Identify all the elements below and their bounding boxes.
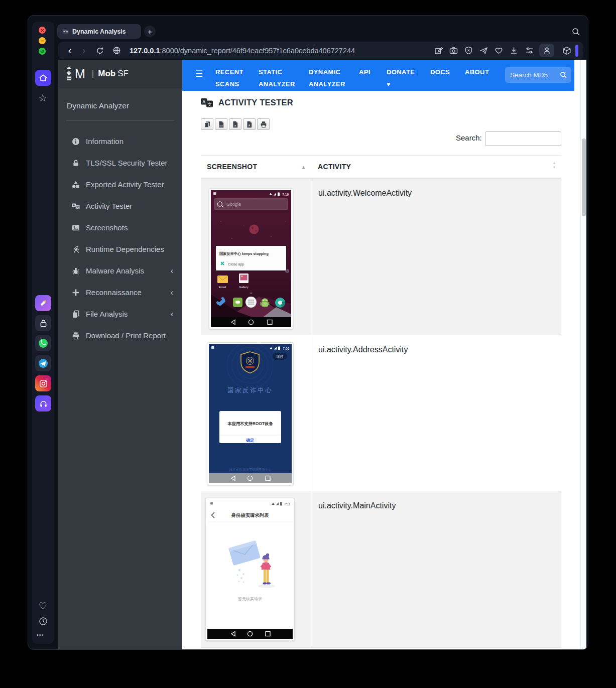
- home-button[interactable]: [35, 70, 51, 86]
- mobsf-sidebar: M | Mob SF Dynamic Analyzer Information …: [58, 60, 182, 650]
- sidebar-item-screenshots[interactable]: Screenshots: [58, 217, 182, 238]
- table-search-input[interactable]: [485, 131, 561, 146]
- telegram-icon[interactable]: [35, 355, 51, 371]
- svg-text:7:19: 7:19: [282, 193, 289, 196]
- sidebar-item-file-analysis[interactable]: File Analysis ‹: [58, 303, 182, 325]
- language-icon: A文: [71, 202, 80, 210]
- image-icon: [71, 224, 80, 232]
- sidebar-item-reconnaissance[interactable]: Reconnaissance ‹: [58, 282, 182, 303]
- screenshot-thumbnail[interactable]: 7:19 Google 国家反诈中心 keeps stopping Close …: [209, 188, 293, 329]
- star-icon[interactable]: ☆: [38, 92, 47, 104]
- minimize-icon: [40, 39, 44, 43]
- brand-name-rest: SF: [117, 69, 129, 79]
- column-header-screenshot[interactable]: SCREENSHOT: [207, 156, 257, 178]
- sidebar-item-runtime-dependencies[interactable]: Runtime Dependencies: [58, 238, 182, 260]
- store-app-icon[interactable]: [35, 315, 51, 331]
- url-text[interactable]: 127.0.0.1:8000/dynamic_report/46f94eaef9…: [130, 47, 355, 55]
- export-excel-button[interactable]: x: [229, 118, 241, 130]
- menu-toggle-icon[interactable]: ☰: [195, 69, 203, 79]
- screenshot-camera-icon[interactable]: [446, 46, 461, 55]
- printer-icon: [71, 332, 80, 340]
- copy-icon: [71, 310, 80, 318]
- mobsf-navbar: ☰ RECENT SCANS STATIC ANALYZER DYNAMIC A…: [182, 60, 574, 91]
- svg-text:A: A: [202, 99, 206, 104]
- back-button[interactable]: ‹: [63, 45, 76, 56]
- extension-pin[interactable]: [575, 45, 578, 57]
- profile-button[interactable]: [539, 44, 554, 57]
- new-tab-button[interactable]: +: [144, 26, 156, 37]
- favorites-heart-icon[interactable]: [491, 46, 506, 55]
- more-options-icon[interactable]: •••: [37, 632, 44, 638]
- chevron-left-icon: ‹: [171, 289, 173, 297]
- activity-cell: ui.activity.AddressActivity: [312, 335, 561, 491]
- svg-text:暂无核实请求: 暂无核实请求: [238, 597, 262, 601]
- page-viewport: M | Mob SF Dynamic Analyzer Information …: [58, 60, 586, 650]
- send-share-icon[interactable]: [476, 46, 491, 55]
- nav-link-dynamic-analyzer[interactable]: DYNAMIC ANALYZER: [309, 66, 349, 90]
- export-csv-button[interactable]: csv: [215, 118, 227, 130]
- favorites-icon[interactable]: ♡: [39, 600, 47, 612]
- sidebar-item-information[interactable]: Information: [58, 130, 182, 152]
- window-search-icon[interactable]: [571, 27, 581, 37]
- nav-link-about[interactable]: ABOUT: [465, 66, 489, 78]
- music-app-icon[interactable]: [35, 395, 51, 411]
- sidebar-item-tls-ssl-tester[interactable]: TLS/SSL Security Tester: [58, 152, 182, 174]
- language-icon: A 文: [201, 98, 214, 107]
- nav-link-recent-scans[interactable]: RECENT SCANS: [215, 66, 248, 90]
- svg-text:A: A: [249, 124, 251, 126]
- page-title: A 文 ACTIVITY TESTER: [201, 98, 293, 107]
- printer-icon: [260, 121, 267, 128]
- svg-text:文: 文: [76, 205, 79, 208]
- md5-search-input[interactable]: [509, 71, 560, 79]
- page-scrollbar[interactable]: [580, 60, 586, 650]
- nav-link-docs[interactable]: DOCS: [430, 66, 450, 78]
- svg-text:Google: Google: [226, 202, 241, 207]
- svg-text:国家反诈中心 keeps stopping: 国家反诈中心 keeps stopping: [219, 251, 269, 256]
- forward-button[interactable]: ›: [76, 45, 91, 56]
- export-copy-button[interactable]: [201, 118, 213, 130]
- whatsapp-icon[interactable]: [35, 335, 51, 351]
- nav-link-donate[interactable]: DONATE♥: [387, 66, 417, 90]
- sort-asc-icon[interactable]: ▲: [301, 165, 306, 170]
- reload-button[interactable]: [91, 47, 108, 55]
- browser-tab[interactable]: Dynamic Analysis: [57, 24, 141, 39]
- runner-icon: [71, 245, 80, 253]
- os-logo-icon: [66, 67, 72, 81]
- site-security-globe-icon[interactable]: [108, 46, 125, 55]
- table-header: SCREENSHOT ▲ ACTIVITY ▲▼: [201, 155, 561, 178]
- zoom-window-button[interactable]: [39, 48, 46, 55]
- downloads-icon[interactable]: [506, 46, 521, 55]
- svg-text:本应用不支持ROOT设备: 本应用不支持ROOT设备: [227, 421, 273, 426]
- url-bar[interactable]: ‹ › 127.0.0.1:8000/dynamic_report/46f94e…: [58, 42, 583, 59]
- sort-both-icon[interactable]: ▲▼: [552, 161, 556, 170]
- sliders-settings-icon[interactable]: [521, 46, 537, 55]
- file-csv-icon: csv: [218, 121, 224, 128]
- sandbox-cube-icon[interactable]: [558, 46, 575, 55]
- nav-link-static-analyzer[interactable]: STATIC ANALYZER: [259, 66, 297, 90]
- search-icon[interactable]: [560, 71, 567, 79]
- shield-tracking-icon[interactable]: [461, 46, 476, 55]
- edit-page-icon[interactable]: [431, 46, 446, 55]
- svg-text:跳过: 跳过: [277, 355, 284, 359]
- svg-text:Close app: Close app: [228, 262, 244, 266]
- nav-link-api[interactable]: API: [359, 66, 371, 78]
- md5-search-box: [505, 67, 571, 83]
- export-print-button[interactable]: [257, 118, 270, 130]
- sidebar-item-download-print-report[interactable]: Download / Print Report: [58, 325, 182, 346]
- history-clock-icon[interactable]: [39, 617, 48, 626]
- screenshot-thumbnail[interactable]: 7:11 身份核实请求列表: [205, 498, 295, 641]
- sidebar-item-activity-tester[interactable]: A文 Activity Tester: [58, 195, 182, 217]
- url-path: :8000/dynamic_report/46f94eaef957f1c6a0c…: [160, 47, 355, 55]
- instagram-icon[interactable]: [35, 375, 51, 391]
- sidebar-item-malware-analysis[interactable]: Malware Analysis ‹: [58, 260, 182, 282]
- close-window-button[interactable]: [39, 27, 46, 34]
- scrollbar-thumb[interactable]: [582, 139, 586, 216]
- sidebar-item-exported-activity-tester[interactable]: Exported Activity Tester: [58, 174, 182, 195]
- mobsf-brand[interactable]: M | Mob SF: [58, 60, 182, 88]
- bug-icon: [71, 267, 80, 275]
- column-header-activity[interactable]: ACTIVITY: [318, 156, 351, 178]
- export-pdf-button[interactable]: A: [243, 118, 256, 130]
- screenshot-thumbnail[interactable]: 跳过 国家反诈中心 本应用不支持ROOT设备 确定 技术支持:国家互联网应急中心…: [207, 342, 294, 485]
- minimize-window-button[interactable]: [39, 37, 46, 44]
- design-app-icon[interactable]: [35, 295, 51, 311]
